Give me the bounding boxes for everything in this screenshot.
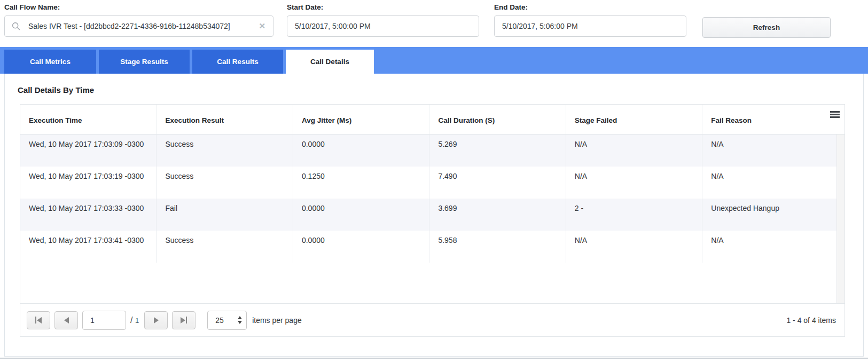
start-date-label: Start Date:	[287, 3, 479, 11]
cell-fail-reason: N/A	[702, 135, 844, 167]
table-row[interactable]: Wed, 10 May 2017 17:03:09 -0300 Success …	[20, 135, 844, 167]
cell-call-duration: 5.958	[429, 231, 566, 263]
previous-page-button[interactable]	[54, 311, 78, 329]
cell-execution-result: Success	[157, 135, 293, 167]
column-menu-icon[interactable]	[830, 111, 840, 118]
grid-body: Wed, 10 May 2017 17:03:09 -0300 Success …	[20, 135, 844, 303]
page-number-input[interactable]	[82, 311, 126, 330]
tab-call-metrics[interactable]: Call Metrics	[4, 50, 96, 74]
call-details-grid: Execution Time Execution Result Avg Jitt…	[20, 104, 845, 337]
column-header-execution-time[interactable]: Execution Time	[20, 105, 157, 134]
column-header-fail-reason[interactable]: Fail Reason	[702, 105, 844, 134]
cell-stage-failed: 2 -	[566, 199, 702, 231]
page-total-label: / 1	[130, 315, 139, 325]
table-scrollbar[interactable]	[836, 135, 844, 303]
start-date-value: 5/10/2017, 5:00:00 PM	[295, 22, 371, 30]
call-flow-label: Call Flow Name:	[4, 3, 273, 11]
cell-execution-time: Wed, 10 May 2017 17:03:41 -0300	[20, 231, 157, 263]
cell-avg-jitter: 0.0000	[293, 231, 429, 263]
previous-page-icon	[64, 317, 69, 323]
call-flow-field: Call Flow Name: Sales IVR Test - [dd2bbc…	[4, 3, 273, 37]
end-date-label: End Date:	[494, 3, 686, 11]
cell-execution-time: Wed, 10 May 2017 17:03:09 -0300	[20, 135, 157, 167]
call-details-panel: Call Details By Time Execution Time Exec…	[4, 74, 864, 357]
cell-fail-reason: Unexpected Hangup	[702, 199, 844, 231]
search-icon	[11, 21, 21, 31]
cell-avg-jitter: 0.1250	[293, 167, 429, 199]
items-range-label: 1 - 4 of 4 items	[786, 316, 837, 325]
tab-stage-results[interactable]: Stage Results	[99, 50, 190, 74]
pager: / 1 25 items per page 1 - 4 of 4 items	[20, 303, 844, 336]
call-flow-value: Sales IVR Test - [dd2bbcd2-2271-4336-916…	[28, 22, 257, 30]
tab-strip: Call Metrics Stage Results Call Results …	[0, 47, 868, 74]
cell-call-duration: 3.699	[429, 199, 566, 231]
end-date-value: 5/10/2017, 5:06:00 PM	[502, 22, 578, 30]
grid-header: Execution Time Execution Result Avg Jitt…	[20, 105, 844, 135]
cell-stage-failed: N/A	[566, 167, 702, 199]
bottom-divider	[0, 358, 868, 359]
page-size-value: 25	[215, 316, 238, 325]
column-header-execution-result[interactable]: Execution Result	[157, 105, 293, 134]
cell-call-duration: 7.490	[429, 167, 566, 199]
cell-call-duration: 5.269	[429, 135, 566, 167]
cell-avg-jitter: 0.0000	[293, 199, 429, 231]
filter-bar: Call Flow Name: Sales IVR Test - [dd2bbc…	[0, 0, 868, 47]
cell-fail-reason: N/A	[702, 167, 844, 199]
next-page-button[interactable]	[144, 311, 168, 329]
start-date-input[interactable]: 5/10/2017, 5:00:00 PM	[287, 15, 479, 37]
start-date-field: Start Date: 5/10/2017, 5:00:00 PM	[287, 3, 479, 37]
end-date-field: End Date: 5/10/2017, 5:06:00 PM	[494, 3, 686, 37]
cell-stage-failed: N/A	[566, 135, 702, 167]
column-header-avg-jitter[interactable]: Avg Jitter (Ms)	[293, 105, 429, 134]
tab-call-details[interactable]: Call Details	[286, 50, 374, 74]
cell-avg-jitter: 0.0000	[293, 135, 429, 167]
last-page-icon	[181, 317, 187, 323]
first-page-icon	[35, 317, 42, 323]
next-page-icon	[154, 317, 159, 323]
column-header-stage-failed[interactable]: Stage Failed	[566, 105, 702, 134]
cell-execution-time: Wed, 10 May 2017 17:03:33 -0300	[20, 199, 157, 231]
table-row[interactable]: Wed, 10 May 2017 17:03:33 -0300 Fail 0.0…	[20, 199, 844, 231]
cell-execution-result: Success	[157, 167, 293, 199]
section-title: Call Details By Time	[5, 74, 863, 102]
end-date-input[interactable]: 5/10/2017, 5:06:00 PM	[494, 15, 686, 37]
cell-execution-result: Success	[157, 231, 293, 263]
refresh-button[interactable]: Refresh	[702, 17, 831, 38]
cell-stage-failed: N/A	[566, 231, 702, 263]
column-header-call-duration[interactable]: Call Duration (S)	[429, 105, 566, 134]
first-page-button[interactable]	[27, 311, 50, 329]
page-size-select[interactable]: 25	[207, 311, 247, 330]
tab-call-results[interactable]: Call Results	[192, 50, 283, 74]
last-page-button[interactable]	[172, 311, 196, 329]
spinner-icon	[238, 316, 242, 324]
clear-icon[interactable]: ✕	[257, 21, 267, 31]
table-row[interactable]: Wed, 10 May 2017 17:03:41 -0300 Success …	[20, 231, 844, 263]
items-per-page-label: items per page	[252, 316, 302, 325]
cell-fail-reason: N/A	[702, 231, 844, 263]
call-flow-input[interactable]: Sales IVR Test - [dd2bbcd2-2271-4336-916…	[4, 15, 273, 37]
cell-execution-result: Fail	[157, 199, 293, 231]
table-row[interactable]: Wed, 10 May 2017 17:03:19 -0300 Success …	[20, 167, 844, 199]
cell-execution-time: Wed, 10 May 2017 17:03:19 -0300	[20, 167, 157, 199]
